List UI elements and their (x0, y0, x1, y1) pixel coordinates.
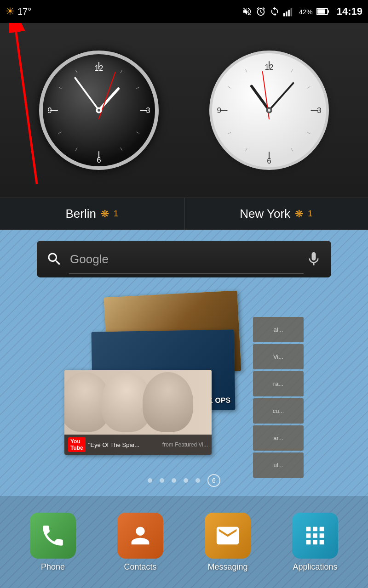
clocks-row: 12 3 6 9 (0, 23, 368, 198)
messaging-icon (205, 513, 251, 559)
svg-text:3: 3 (317, 106, 322, 115)
dot-3[interactable] (172, 478, 176, 483)
svg-text:12: 12 (95, 64, 104, 73)
dot-number[interactable]: 6 (207, 474, 220, 487)
newyork-label: New York ❋ 1 (184, 198, 368, 230)
status-left: ☀ 17° (6, 6, 31, 17)
berlin-clock-face: 12 3 6 9 (39, 51, 159, 170)
svg-text:9: 9 (47, 106, 52, 115)
svg-rect-0 (283, 13, 285, 16)
dock-applications[interactable]: Applications (292, 513, 338, 572)
signal-icon (283, 6, 295, 17)
search-icon (46, 251, 63, 267)
google-search-widget[interactable]: Google (37, 241, 331, 277)
phone-label: Phone (41, 562, 65, 572)
svg-text:6: 6 (97, 156, 101, 164)
svg-line-44 (228, 86, 231, 88)
svg-line-45 (245, 69, 247, 73)
applications-icon (292, 513, 338, 559)
newyork-sun-icon: ❋ (295, 208, 303, 220)
svg-text:12: 12 (264, 62, 273, 72)
svg-rect-5 (317, 9, 325, 13)
youtube-widget[interactable]: CALL OF DUTY BLACK OPS YouTube "Eye Of T… (64, 294, 304, 478)
newyork-clock-container: 12 3 6 9 (184, 51, 354, 170)
weather-sun-icon: ☀ (6, 6, 15, 17)
newyork-alert: 1 (308, 209, 312, 219)
dock-messaging[interactable]: Messaging (205, 513, 251, 572)
svg-line-22 (58, 132, 62, 134)
side-card-1[interactable]: al... (253, 317, 304, 342)
svg-text:6: 6 (267, 156, 271, 165)
contacts-label: Contacts (124, 562, 156, 572)
svg-line-21 (75, 147, 77, 151)
svg-text:9: 9 (217, 106, 221, 115)
dock-contacts[interactable]: Contacts (117, 513, 163, 572)
video-subtitle: from Featured Vi... (162, 441, 208, 448)
messaging-label: Messaging (207, 562, 247, 572)
svg-line-24 (75, 70, 77, 73)
side-card-5[interactable]: ar... (253, 425, 304, 451)
sync-icon (270, 6, 280, 17)
berlin-clock-container: 12 3 6 9 (14, 51, 184, 170)
battery-percentage: 42% (299, 8, 313, 16)
svg-line-20 (121, 147, 122, 151)
clock-time: 14:19 (337, 6, 362, 17)
contacts-icon (117, 513, 163, 559)
svg-line-19 (136, 132, 139, 134)
mute-icon (242, 6, 252, 17)
dot-2[interactable] (160, 478, 164, 483)
berlin-sun-icon: ❋ (101, 208, 109, 220)
phone-icon (30, 513, 76, 559)
side-card-3[interactable]: ra... (253, 371, 304, 396)
svg-rect-6 (328, 10, 329, 13)
svg-text:3: 3 (146, 106, 150, 115)
svg-line-18 (136, 87, 139, 89)
status-right: 42% 14:19 (242, 6, 362, 17)
svg-point-50 (268, 109, 270, 112)
svg-line-17 (121, 70, 122, 73)
svg-line-41 (291, 148, 293, 152)
youtube-logo: YouTube (68, 437, 86, 452)
video-main-overlay: YouTube "Eye Of The Spar... from Feature… (64, 435, 212, 455)
search-underline (69, 273, 304, 274)
berlin-alert: 1 (114, 209, 118, 219)
applications-label: Applications (293, 562, 337, 572)
svg-rect-3 (290, 8, 292, 16)
page-dots: 6 (0, 474, 368, 487)
dot-1[interactable] (148, 478, 152, 483)
dot-5[interactable] (196, 478, 200, 483)
svg-point-29 (98, 109, 100, 112)
svg-rect-1 (286, 11, 287, 16)
newyork-city-name: New York (240, 207, 290, 221)
svg-line-43 (228, 132, 231, 134)
alarm-icon (256, 6, 266, 17)
svg-line-38 (291, 69, 293, 73)
temperature-display: 17° (17, 6, 31, 17)
svg-line-47 (269, 83, 293, 110)
video-card-main[interactable]: YouTube "Eye Of The Spar... from Feature… (64, 370, 212, 455)
svg-rect-2 (288, 10, 289, 17)
mic-icon[interactable] (305, 251, 322, 267)
battery-icon (316, 7, 329, 16)
svg-line-42 (245, 148, 247, 152)
dot-4[interactable] (184, 478, 188, 483)
svg-line-39 (307, 86, 310, 88)
video-title: "Eye Of The Spar... (88, 441, 160, 448)
side-card-2[interactable]: Vi... (253, 344, 304, 369)
city-labels: Berlin ❋ 1 New York ❋ 1 (0, 198, 368, 230)
side-card-4[interactable]: cu... (253, 398, 304, 424)
berlin-city-name: Berlin (66, 207, 96, 221)
app-dock: Phone Contacts Messaging Applications (0, 496, 368, 588)
status-bar: ☀ 17° 42% 14:19 (0, 0, 368, 23)
google-label: Google (70, 252, 298, 266)
newyork-clock-face: 12 3 6 9 (209, 51, 329, 170)
video-side-cards: al... Vi... ra... cu... ar... ul... (253, 317, 304, 478)
clock-widget: 12 3 6 9 (0, 23, 368, 230)
dock-phone[interactable]: Phone (30, 513, 76, 572)
svg-line-23 (58, 87, 62, 89)
svg-line-26 (75, 78, 99, 110)
svg-line-40 (307, 132, 310, 134)
berlin-label: Berlin ❋ 1 (0, 198, 184, 230)
